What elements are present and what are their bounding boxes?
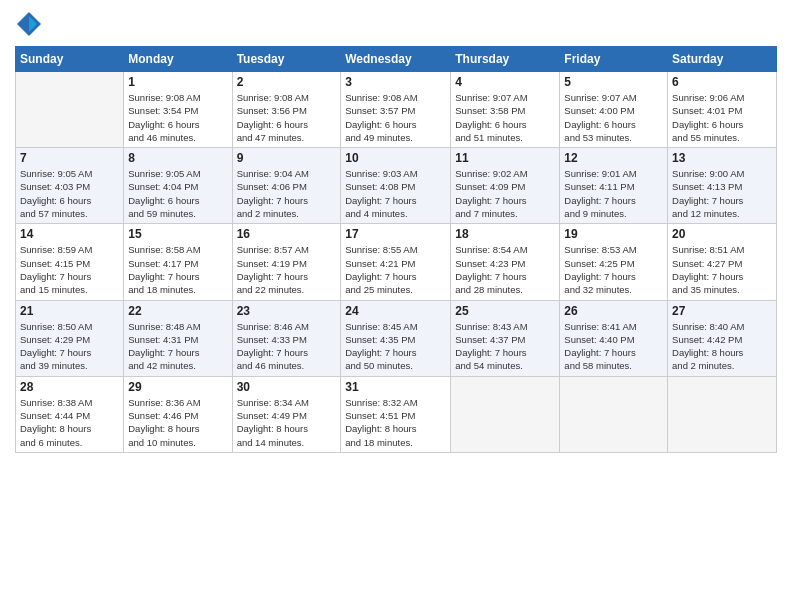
day-number: 18	[455, 227, 555, 241]
header	[15, 10, 777, 38]
day-info: Sunrise: 9:08 AM Sunset: 3:57 PM Dayligh…	[345, 91, 446, 144]
day-info: Sunrise: 8:48 AM Sunset: 4:31 PM Dayligh…	[128, 320, 227, 373]
day-info: Sunrise: 8:41 AM Sunset: 4:40 PM Dayligh…	[564, 320, 663, 373]
calendar-cell: 22Sunrise: 8:48 AM Sunset: 4:31 PM Dayli…	[124, 300, 232, 376]
day-number: 23	[237, 304, 337, 318]
day-info: Sunrise: 8:57 AM Sunset: 4:19 PM Dayligh…	[237, 243, 337, 296]
calendar-cell: 7Sunrise: 9:05 AM Sunset: 4:03 PM Daylig…	[16, 148, 124, 224]
day-number: 16	[237, 227, 337, 241]
day-info: Sunrise: 8:50 AM Sunset: 4:29 PM Dayligh…	[20, 320, 119, 373]
day-info: Sunrise: 8:58 AM Sunset: 4:17 PM Dayligh…	[128, 243, 227, 296]
week-row-2: 7Sunrise: 9:05 AM Sunset: 4:03 PM Daylig…	[16, 148, 777, 224]
week-row-3: 14Sunrise: 8:59 AM Sunset: 4:15 PM Dayli…	[16, 224, 777, 300]
day-info: Sunrise: 8:54 AM Sunset: 4:23 PM Dayligh…	[455, 243, 555, 296]
day-info: Sunrise: 8:36 AM Sunset: 4:46 PM Dayligh…	[128, 396, 227, 449]
day-number: 19	[564, 227, 663, 241]
calendar-cell: 16Sunrise: 8:57 AM Sunset: 4:19 PM Dayli…	[232, 224, 341, 300]
calendar-cell: 18Sunrise: 8:54 AM Sunset: 4:23 PM Dayli…	[451, 224, 560, 300]
calendar-cell: 19Sunrise: 8:53 AM Sunset: 4:25 PM Dayli…	[560, 224, 668, 300]
day-info: Sunrise: 8:59 AM Sunset: 4:15 PM Dayligh…	[20, 243, 119, 296]
col-header-tuesday: Tuesday	[232, 47, 341, 72]
day-number: 28	[20, 380, 119, 394]
calendar-cell: 15Sunrise: 8:58 AM Sunset: 4:17 PM Dayli…	[124, 224, 232, 300]
day-number: 21	[20, 304, 119, 318]
day-info: Sunrise: 8:38 AM Sunset: 4:44 PM Dayligh…	[20, 396, 119, 449]
day-number: 12	[564, 151, 663, 165]
calendar-cell: 5Sunrise: 9:07 AM Sunset: 4:00 PM Daylig…	[560, 72, 668, 148]
day-number: 29	[128, 380, 227, 394]
day-number: 8	[128, 151, 227, 165]
calendar-cell: 29Sunrise: 8:36 AM Sunset: 4:46 PM Dayli…	[124, 376, 232, 452]
day-info: Sunrise: 9:03 AM Sunset: 4:08 PM Dayligh…	[345, 167, 446, 220]
col-header-sunday: Sunday	[16, 47, 124, 72]
col-header-monday: Monday	[124, 47, 232, 72]
day-info: Sunrise: 8:43 AM Sunset: 4:37 PM Dayligh…	[455, 320, 555, 373]
calendar-cell: 9Sunrise: 9:04 AM Sunset: 4:06 PM Daylig…	[232, 148, 341, 224]
day-number: 3	[345, 75, 446, 89]
day-number: 7	[20, 151, 119, 165]
day-info: Sunrise: 8:53 AM Sunset: 4:25 PM Dayligh…	[564, 243, 663, 296]
calendar-cell: 23Sunrise: 8:46 AM Sunset: 4:33 PM Dayli…	[232, 300, 341, 376]
day-number: 27	[672, 304, 772, 318]
day-info: Sunrise: 8:40 AM Sunset: 4:42 PM Dayligh…	[672, 320, 772, 373]
day-info: Sunrise: 9:05 AM Sunset: 4:04 PM Dayligh…	[128, 167, 227, 220]
day-number: 2	[237, 75, 337, 89]
day-number: 6	[672, 75, 772, 89]
calendar-cell: 28Sunrise: 8:38 AM Sunset: 4:44 PM Dayli…	[16, 376, 124, 452]
day-number: 26	[564, 304, 663, 318]
day-number: 4	[455, 75, 555, 89]
day-info: Sunrise: 9:04 AM Sunset: 4:06 PM Dayligh…	[237, 167, 337, 220]
calendar-cell: 13Sunrise: 9:00 AM Sunset: 4:13 PM Dayli…	[668, 148, 777, 224]
day-info: Sunrise: 8:32 AM Sunset: 4:51 PM Dayligh…	[345, 396, 446, 449]
week-row-5: 28Sunrise: 8:38 AM Sunset: 4:44 PM Dayli…	[16, 376, 777, 452]
calendar-cell: 21Sunrise: 8:50 AM Sunset: 4:29 PM Dayli…	[16, 300, 124, 376]
calendar-cell	[668, 376, 777, 452]
day-number: 20	[672, 227, 772, 241]
day-number: 30	[237, 380, 337, 394]
page: SundayMondayTuesdayWednesdayThursdayFrid…	[0, 0, 792, 612]
calendar-cell: 6Sunrise: 9:06 AM Sunset: 4:01 PM Daylig…	[668, 72, 777, 148]
day-info: Sunrise: 9:07 AM Sunset: 3:58 PM Dayligh…	[455, 91, 555, 144]
calendar-cell: 3Sunrise: 9:08 AM Sunset: 3:57 PM Daylig…	[341, 72, 451, 148]
calendar-cell: 14Sunrise: 8:59 AM Sunset: 4:15 PM Dayli…	[16, 224, 124, 300]
calendar-table: SundayMondayTuesdayWednesdayThursdayFrid…	[15, 46, 777, 453]
logo	[15, 10, 47, 38]
calendar-cell: 10Sunrise: 9:03 AM Sunset: 4:08 PM Dayli…	[341, 148, 451, 224]
day-info: Sunrise: 8:46 AM Sunset: 4:33 PM Dayligh…	[237, 320, 337, 373]
day-number: 13	[672, 151, 772, 165]
calendar-cell	[16, 72, 124, 148]
logo-icon	[15, 10, 43, 38]
day-number: 24	[345, 304, 446, 318]
calendar-cell: 25Sunrise: 8:43 AM Sunset: 4:37 PM Dayli…	[451, 300, 560, 376]
calendar-cell: 17Sunrise: 8:55 AM Sunset: 4:21 PM Dayli…	[341, 224, 451, 300]
calendar-cell: 12Sunrise: 9:01 AM Sunset: 4:11 PM Dayli…	[560, 148, 668, 224]
day-number: 17	[345, 227, 446, 241]
week-row-4: 21Sunrise: 8:50 AM Sunset: 4:29 PM Dayli…	[16, 300, 777, 376]
day-number: 10	[345, 151, 446, 165]
day-info: Sunrise: 8:34 AM Sunset: 4:49 PM Dayligh…	[237, 396, 337, 449]
calendar-cell: 2Sunrise: 9:08 AM Sunset: 3:56 PM Daylig…	[232, 72, 341, 148]
col-header-wednesday: Wednesday	[341, 47, 451, 72]
day-number: 11	[455, 151, 555, 165]
col-header-saturday: Saturday	[668, 47, 777, 72]
calendar-cell: 31Sunrise: 8:32 AM Sunset: 4:51 PM Dayli…	[341, 376, 451, 452]
day-info: Sunrise: 9:07 AM Sunset: 4:00 PM Dayligh…	[564, 91, 663, 144]
calendar-cell: 8Sunrise: 9:05 AM Sunset: 4:04 PM Daylig…	[124, 148, 232, 224]
day-number: 31	[345, 380, 446, 394]
calendar-cell: 27Sunrise: 8:40 AM Sunset: 4:42 PM Dayli…	[668, 300, 777, 376]
col-header-thursday: Thursday	[451, 47, 560, 72]
week-row-1: 1Sunrise: 9:08 AM Sunset: 3:54 PM Daylig…	[16, 72, 777, 148]
day-info: Sunrise: 9:06 AM Sunset: 4:01 PM Dayligh…	[672, 91, 772, 144]
calendar-cell: 11Sunrise: 9:02 AM Sunset: 4:09 PM Dayli…	[451, 148, 560, 224]
calendar-cell: 26Sunrise: 8:41 AM Sunset: 4:40 PM Dayli…	[560, 300, 668, 376]
day-info: Sunrise: 8:55 AM Sunset: 4:21 PM Dayligh…	[345, 243, 446, 296]
day-number: 22	[128, 304, 227, 318]
day-info: Sunrise: 8:51 AM Sunset: 4:27 PM Dayligh…	[672, 243, 772, 296]
col-header-friday: Friday	[560, 47, 668, 72]
day-number: 1	[128, 75, 227, 89]
day-number: 9	[237, 151, 337, 165]
day-info: Sunrise: 8:45 AM Sunset: 4:35 PM Dayligh…	[345, 320, 446, 373]
day-number: 15	[128, 227, 227, 241]
day-info: Sunrise: 9:05 AM Sunset: 4:03 PM Dayligh…	[20, 167, 119, 220]
day-info: Sunrise: 9:08 AM Sunset: 3:54 PM Dayligh…	[128, 91, 227, 144]
